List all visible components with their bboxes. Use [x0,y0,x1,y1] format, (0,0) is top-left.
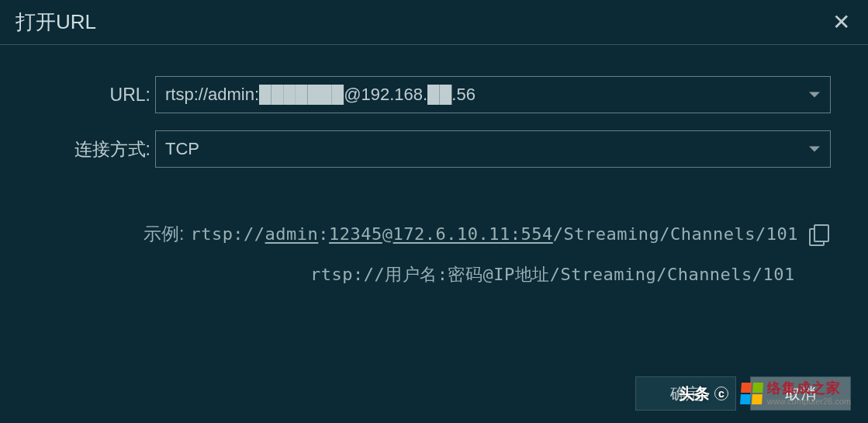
cancel-button[interactable]: 取消 [750,376,851,411]
connection-value: TCP [165,139,199,159]
connection-label: 连接方式: [23,137,155,161]
open-url-dialog: 打开URL ✕ URL: 连接方式: TCP 示例: rtsp: [0,0,868,423]
example-label: 示例: [144,222,184,246]
connection-select-wrap: TCP [155,130,831,168]
copy-icon[interactable] [809,224,828,244]
dialog-button-bar: 确定 取消 [635,376,851,411]
dialog-body: URL: 连接方式: TCP 示例: rtsp://admin:12345@17… [0,45,868,286]
ok-button[interactable]: 确定 [635,376,736,411]
url-input[interactable] [155,76,831,113]
example-line-2: rtsp://用户名:密码@IP地址/Streaming/Channels/10… [23,263,845,286]
connection-select[interactable]: TCP [155,130,831,168]
connection-row: 连接方式: TCP [23,130,845,168]
url-row: URL: [23,76,845,113]
example-line-1: 示例: rtsp://admin:12345@172.6.10.11:554/S… [23,222,845,246]
url-label: URL: [23,85,155,106]
dialog-title: 打开URL [16,9,96,36]
dialog-title-bar: 打开URL ✕ [0,0,868,45]
close-icon[interactable]: ✕ [829,11,852,34]
example-section: 示例: rtsp://admin:12345@172.6.10.11:554/S… [23,222,845,286]
url-input-wrap [155,76,831,113]
example-url-text: rtsp://admin:12345@172.6.10.11:554/Strea… [190,224,798,244]
